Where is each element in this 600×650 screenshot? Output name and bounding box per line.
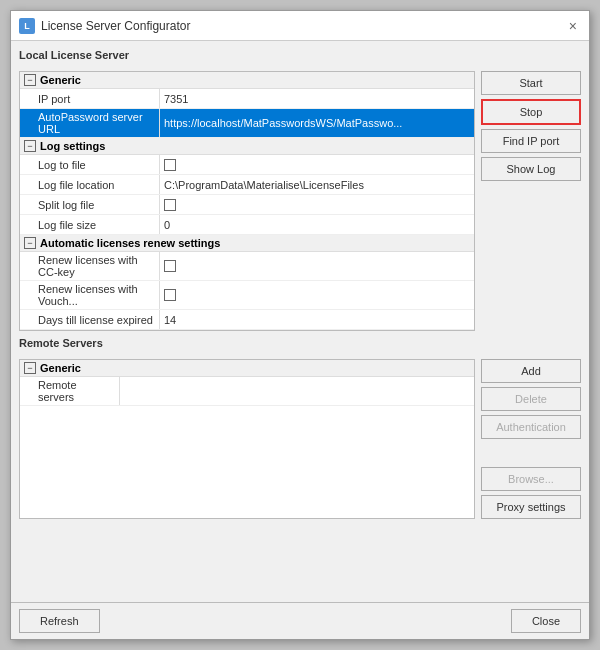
prop-row-autopassword: AutoPassword server URL https://localhos…	[20, 109, 474, 138]
delete-button[interactable]: Delete	[481, 387, 581, 411]
remote-generic-title: Generic	[40, 362, 81, 374]
split-log-checkbox[interactable]	[164, 199, 176, 211]
remote-side-buttons: Add Delete Authentication Browse... Prox…	[481, 359, 581, 519]
local-side-buttons: Start Stop Find IP port Show Log	[481, 71, 581, 331]
renew-vouch-checkbox[interactable]	[164, 289, 176, 301]
prop-name-ip-port: IP port	[20, 89, 160, 108]
prop-row-ip-port: IP port 7351	[20, 89, 474, 109]
prop-value-days-expired: 14	[160, 310, 474, 329]
stop-button[interactable]: Stop	[481, 99, 581, 125]
prop-value-autopassword: https://localhost/MatPasswordsWS/MatPass…	[160, 109, 474, 137]
prop-row-renew-cc: Renew licenses with CC-key	[20, 252, 474, 281]
renew-cc-checkbox[interactable]	[164, 260, 176, 272]
generic-group-header[interactable]: − Generic	[20, 72, 474, 89]
properties-panel: − Generic IP port 7351 AutoPassword serv…	[19, 71, 475, 331]
prop-name-autopassword: AutoPassword server URL	[20, 109, 160, 137]
log-settings-group-title: Log settings	[40, 140, 105, 152]
remote-section-label: Remote Servers	[19, 337, 581, 349]
prop-name-log-size: Log file size	[20, 215, 160, 234]
prop-row-days-expired: Days till license expired 14	[20, 310, 474, 330]
collapse-generic-icon: −	[24, 74, 36, 86]
collapse-log-icon: −	[24, 140, 36, 152]
add-button[interactable]: Add	[481, 359, 581, 383]
browse-button[interactable]: Browse...	[481, 467, 581, 491]
prop-name-log-to-file: Log to file	[20, 155, 160, 174]
remote-generic-header[interactable]: − Generic	[20, 360, 474, 377]
show-log-button[interactable]: Show Log	[481, 157, 581, 181]
title-bar: L License Server Configurator ×	[11, 11, 589, 41]
prop-row-renew-vouch: Renew licenses with Vouch...	[20, 281, 474, 310]
prop-row-log-size: Log file size 0	[20, 215, 474, 235]
auto-renew-group-header[interactable]: − Automatic licenses renew settings	[20, 235, 474, 252]
start-button[interactable]: Start	[481, 71, 581, 95]
prop-name-renew-cc: Renew licenses with CC-key	[20, 252, 160, 280]
collapse-auto-renew-icon: −	[24, 237, 36, 249]
generic-group-title: Generic	[40, 74, 81, 86]
log-to-file-checkbox[interactable]	[164, 159, 176, 171]
collapse-remote-generic-icon: −	[24, 362, 36, 374]
prop-value-log-to-file	[160, 155, 474, 174]
remote-servers-label: Remote servers	[20, 377, 120, 405]
app-icon: L	[19, 18, 35, 34]
prop-row-log-location: Log file location C:\ProgramData\Materia…	[20, 175, 474, 195]
authentication-button[interactable]: Authentication	[481, 415, 581, 439]
auto-renew-group-title: Automatic licenses renew settings	[40, 237, 220, 249]
remote-area: − Generic Remote servers Add Delete Auth…	[19, 359, 581, 519]
find-ip-port-button[interactable]: Find IP port	[481, 129, 581, 153]
remote-panel: − Generic Remote servers	[19, 359, 475, 519]
prop-value-ip-port: 7351	[160, 89, 474, 108]
local-section-label: Local License Server	[19, 49, 581, 61]
remote-servers-row: Remote servers	[20, 377, 474, 406]
footer-close-button[interactable]: Close	[511, 609, 581, 633]
close-icon[interactable]: ×	[565, 17, 581, 35]
prop-value-renew-vouch	[160, 281, 474, 309]
prop-value-log-location: C:\ProgramData\Materialise\LicenseFiles	[160, 175, 474, 194]
prop-value-split-log	[160, 195, 474, 214]
log-settings-group-header[interactable]: − Log settings	[20, 138, 474, 155]
prop-name-log-location: Log file location	[20, 175, 160, 194]
top-area: − Generic IP port 7351 AutoPassword serv…	[19, 71, 581, 331]
refresh-button[interactable]: Refresh	[19, 609, 100, 633]
prop-value-log-size: 0	[160, 215, 474, 234]
content-area: Local License Server − Generic IP port 7…	[11, 41, 589, 602]
prop-row-split-log: Split log file	[20, 195, 474, 215]
window-title: License Server Configurator	[41, 19, 190, 33]
prop-value-renew-cc	[160, 252, 474, 280]
footer: Refresh Close	[11, 602, 589, 639]
proxy-settings-button[interactable]: Proxy settings	[481, 495, 581, 519]
title-bar-left: L License Server Configurator	[19, 18, 190, 34]
prop-row-log-to-file: Log to file	[20, 155, 474, 175]
remote-servers-value	[120, 377, 474, 405]
main-window: L License Server Configurator × Local Li…	[10, 10, 590, 640]
prop-name-split-log: Split log file	[20, 195, 160, 214]
prop-name-renew-vouch: Renew licenses with Vouch...	[20, 281, 160, 309]
prop-name-days-expired: Days till license expired	[20, 310, 160, 329]
